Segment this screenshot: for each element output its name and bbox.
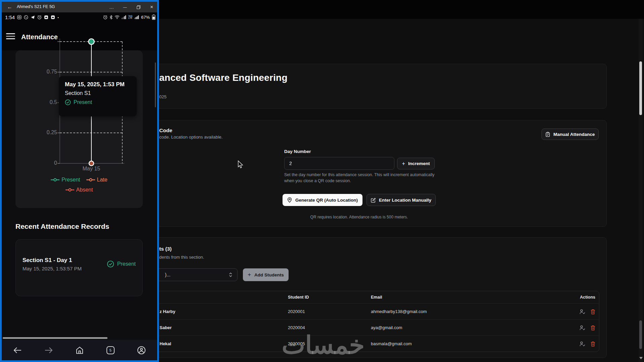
telegram-icon: [31, 15, 35, 19]
day-help-line2: when you close a QR code session.: [284, 178, 351, 183]
back-arrow-icon: ←: [7, 4, 12, 10]
add-students-button[interactable]: + Add Students: [243, 268, 289, 281]
signal-icon: [122, 15, 126, 19]
person-check-icon[interactable]: [579, 325, 585, 330]
course-title: anced Software Engineering: [159, 72, 288, 83]
scrollbar-down-arrow-icon[interactable]: [639, 357, 643, 359]
maximize-icon: [137, 5, 140, 9]
battery-icon: [152, 14, 156, 20]
student-select[interactable]: )...: [148, 268, 238, 281]
y-tick-075: 0.75: [39, 69, 57, 75]
col-email: Email: [371, 295, 562, 300]
window-close-button[interactable]: ✕: [146, 2, 157, 12]
record-status-badge: Present: [107, 260, 136, 268]
check-circle-icon: [65, 99, 71, 105]
nav-back-icon[interactable]: [13, 347, 22, 354]
manual-attendance-button[interactable]: Manual Attendance: [542, 128, 599, 140]
clipboard-check-icon: [545, 132, 550, 137]
student-name: Saber: [148, 325, 288, 330]
plus-icon: +: [402, 161, 405, 167]
watermark: خمسات: [280, 330, 367, 359]
enter-location-label: Enter Location Manually: [379, 198, 431, 203]
status-bar-left: 1:54 •: [5, 14, 59, 20]
add-students-label: Add Students: [254, 272, 284, 277]
phone-window-titlebar[interactable]: ← Ahmed's S21 FE 5G … — ✕: [2, 2, 157, 12]
increment-label: Increment: [408, 161, 430, 166]
col-actions: Actions: [562, 295, 599, 300]
window-menu-button[interactable]: …: [106, 2, 117, 12]
status-time: 1:54: [5, 14, 15, 20]
increment-button[interactable]: + Increment: [397, 158, 435, 169]
student-email: aya@gmail.com: [371, 325, 562, 330]
table-header-row: Student ID Email Actions: [148, 291, 599, 303]
person-check-icon[interactable]: [579, 309, 585, 314]
tooltip-status: Present: [74, 99, 92, 105]
chart-legend-row1: Present Late: [15, 177, 143, 183]
mouse-cursor: [237, 160, 244, 168]
students-title: ts (3): [159, 246, 172, 252]
select-chevrons-icon: [229, 272, 232, 277]
check-circle-icon: [107, 260, 114, 268]
phone-window-title: Ahmed's S21 FE 5G: [17, 4, 55, 9]
recents-count: 5: [110, 348, 112, 352]
student-name: Hekal: [148, 341, 288, 346]
students-subtitle: dents from this section.: [159, 255, 204, 260]
qr-section-subtitle: code. Location options available.: [159, 135, 223, 140]
table-row: Hekal 2020005 basmala@gmail.com: [148, 335, 599, 352]
student-email: basmala@gmail.com: [371, 341, 562, 346]
scrollbar-thumb-secondary[interactable]: [639, 320, 642, 349]
trash-icon[interactable]: [591, 341, 595, 347]
window-maximize-button[interactable]: [133, 2, 143, 12]
location-pin-icon: [287, 197, 292, 203]
student-email: ahmedharby138@gmail.com: [371, 309, 562, 314]
col-student-id: Student ID: [288, 295, 371, 300]
battery-percent: 67%: [141, 15, 150, 20]
bluetooth-icon: [110, 15, 113, 19]
minimize-icon: —: [123, 5, 127, 9]
y-tick-0: 0: [39, 160, 57, 166]
nav-profile-icon[interactable]: [137, 346, 146, 355]
window-back-button[interactable]: ←: [5, 2, 14, 12]
record-status: Present: [117, 261, 136, 267]
phone-scrollbar-thumb[interactable]: [155, 62, 156, 107]
chart-legend-row2: Absent: [15, 187, 143, 193]
app-notification-icon: [44, 15, 48, 19]
present-data-point: [89, 39, 94, 45]
volte-indicator: Vo))LTE: [128, 15, 132, 19]
y-tick-025: 0.25: [39, 130, 57, 136]
manual-attendance-label: Manual Attendance: [553, 132, 595, 137]
status-bar-right: Vo))LTE 67%: [80, 14, 156, 20]
phone-horizontal-scrollbar[interactable]: [3, 337, 108, 339]
instagram-icon: [17, 15, 22, 19]
wifi-icon: [115, 15, 120, 19]
nav-recents-icon[interactable]: 5: [106, 346, 115, 354]
enter-location-button[interactable]: Enter Location Manually: [367, 194, 436, 206]
scrollbar-thumb[interactable]: [639, 61, 642, 115]
window-minimize-button[interactable]: —: [120, 2, 130, 12]
attendance-chart[interactable]: [13, 30, 148, 211]
qr-footnote: QR requires location. Attendance radius …: [283, 215, 436, 219]
trash-icon[interactable]: [591, 325, 595, 330]
legend-late[interactable]: Late: [86, 177, 108, 183]
table-row: z Harby 2020001 ahmedharby138@gmail.com: [148, 303, 599, 319]
trash-icon[interactable]: [591, 309, 595, 314]
phone-nav-bar: 5: [2, 340, 157, 360]
course-header-panel: [144, 64, 607, 109]
chart-tooltip: May 15, 2025, 1:53 PM Section S1 Present: [59, 76, 137, 116]
person-check-icon[interactable]: [579, 341, 585, 347]
legend-present[interactable]: Present: [51, 177, 80, 183]
generate-qr-button[interactable]: Generate QR (Auto Location): [283, 194, 362, 206]
qr-section-title: Code: [159, 127, 172, 134]
day-number-input[interactable]: [284, 157, 394, 170]
record-title: Section S1 - Day 1: [23, 257, 72, 264]
nav-home-icon[interactable]: [76, 346, 84, 354]
nav-forward-icon[interactable]: [44, 347, 53, 354]
table-row: Saber 2020004 aya@gmail.com: [148, 319, 599, 335]
record-timestamp: May 15, 2025, 1:53:57 PM: [23, 266, 82, 271]
app-notification-icon: [51, 15, 55, 19]
ellipsis-icon: …: [109, 4, 114, 10]
tooltip-date: May 15, 2025, 1:53 PM: [65, 81, 131, 88]
day-number-label: Day Number: [284, 149, 311, 154]
legend-absent[interactable]: Absent: [66, 187, 93, 193]
attendance-record-card[interactable]: Section S1 - Day 1 May 15, 2025, 1:53:57…: [15, 239, 143, 296]
